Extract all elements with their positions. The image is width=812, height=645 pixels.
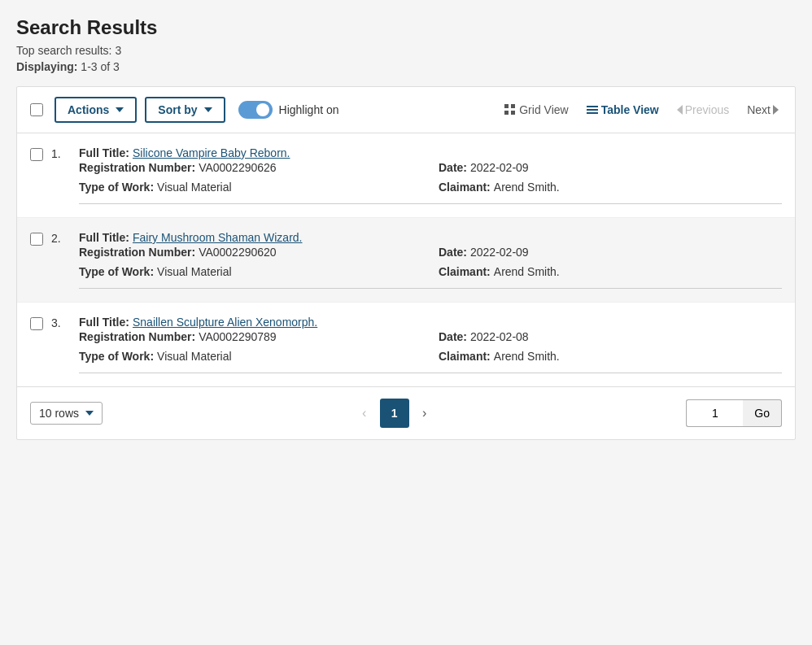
- subtitle-displaying: Displaying: 1-3 of 3: [16, 60, 796, 73]
- date-value-1: 2022-02-09: [470, 161, 529, 174]
- row-1-date-row: Date: 2022-02-09: [439, 161, 782, 174]
- row-2-reg-row: Registration Number: VA0002290620: [79, 246, 422, 259]
- row-1-type-row: Type of Work: Visual Material: [79, 181, 422, 194]
- row-2-number: 2.: [51, 232, 69, 245]
- full-title-link-3[interactable]: Snaillen Sculpture Alien Xenomorph.: [133, 316, 317, 329]
- reg-label-2: Registration Number:: [79, 246, 195, 259]
- row-2-fields: Registration Number: VA0002290620 Date: …: [79, 246, 782, 281]
- claimant-label-2: Claimant:: [439, 265, 491, 278]
- page-1-button[interactable]: 1: [380, 399, 409, 428]
- table-icon: [587, 104, 598, 115]
- sort-by-chevron-icon: [204, 107, 212, 112]
- reg-label-1: Registration Number:: [79, 161, 195, 174]
- row-3-type-row: Type of Work: Visual Material: [79, 350, 422, 363]
- date-value-3: 2022-02-08: [470, 330, 529, 343]
- subtitle-top: Top search results: 3: [16, 44, 796, 57]
- type-value-1: Visual Material: [157, 181, 232, 194]
- row-2-full-title-row: Full Title: Fairy Mushroom Shaman Wizard…: [79, 231, 782, 244]
- table-row: 3. Full Title: Snaillen Sculpture Alien …: [17, 303, 795, 386]
- row-1-reg-row: Registration Number: VA0002290626: [79, 161, 422, 174]
- page-nav: ‹ 1 ›: [352, 399, 437, 428]
- go-button[interactable]: Go: [743, 399, 782, 427]
- next-page-button[interactable]: ›: [413, 401, 437, 425]
- full-title-label-2: Full Title:: [79, 231, 129, 244]
- date-label-3: Date:: [439, 330, 467, 343]
- row-3-number: 3.: [51, 316, 69, 329]
- results-container: Actions Sort by Highlight on Grid View: [16, 86, 796, 440]
- table-view-button[interactable]: Table View: [583, 102, 662, 118]
- rows-per-page-label: 10 rows: [39, 407, 79, 420]
- full-title-label-3: Full Title:: [79, 316, 129, 329]
- date-value-2: 2022-02-09: [470, 246, 529, 259]
- row-3-full-title-row: Full Title: Snaillen Sculpture Alien Xen…: [79, 316, 782, 329]
- claimant-value-3: Arend Smith.: [494, 350, 560, 363]
- next-chevron-icon: [773, 105, 779, 115]
- results-body: 1. Full Title: Silicone Vampire Baby Reb…: [17, 133, 795, 386]
- type-label-3: Type of Work:: [79, 350, 154, 363]
- toggle-slider: [238, 101, 273, 119]
- row-3-claimant-row: Claimant: Arend Smith.: [439, 350, 782, 363]
- sort-by-button[interactable]: Sort by: [145, 97, 225, 123]
- row-2-date-row: Date: 2022-02-09: [439, 246, 782, 259]
- row-3-content: Full Title: Snaillen Sculpture Alien Xen…: [79, 316, 782, 380]
- row-1-claimant-row: Claimant: Arend Smith.: [439, 181, 782, 194]
- divider-3: [79, 373, 782, 373]
- row-1-full-title-row: Full Title: Silicone Vampire Baby Reborn…: [79, 146, 782, 159]
- row-2-content: Full Title: Fairy Mushroom Shaman Wizard…: [79, 231, 782, 295]
- highlight-label: Highlight on: [279, 103, 339, 116]
- table-row: 1. Full Title: Silicone Vampire Baby Reb…: [17, 133, 795, 218]
- rows-per-page-select[interactable]: 10 rows: [30, 402, 103, 425]
- date-label-2: Date:: [439, 246, 467, 259]
- claimant-label-1: Claimant:: [439, 181, 491, 194]
- reg-value-3: VA0002290789: [199, 330, 277, 343]
- date-label-1: Date:: [439, 161, 467, 174]
- actions-button[interactable]: Actions: [55, 97, 137, 123]
- row-1-number: 1.: [51, 147, 69, 160]
- row-2-type-row: Type of Work: Visual Material: [79, 265, 422, 278]
- page-title: Search Results: [16, 16, 796, 39]
- type-label-1: Type of Work:: [79, 181, 154, 194]
- reg-label-3: Registration Number:: [79, 330, 195, 343]
- grid-view-button[interactable]: Grid View: [501, 102, 571, 118]
- row-1-checkbox[interactable]: [30, 148, 43, 161]
- divider-2: [79, 288, 782, 289]
- pagination-bar: 10 rows ‹ 1 › Go: [17, 386, 795, 439]
- grid-icon: [504, 104, 516, 115]
- claimant-value-2: Arend Smith.: [494, 265, 560, 278]
- select-all-checkbox[interactable]: [30, 103, 43, 116]
- divider-1: [79, 203, 782, 204]
- next-button[interactable]: Next: [744, 102, 782, 118]
- go-container: Go: [686, 399, 782, 427]
- full-title-label-1: Full Title:: [79, 146, 129, 159]
- type-value-2: Visual Material: [157, 265, 232, 278]
- reg-value-2: VA0002290620: [199, 246, 277, 259]
- rows-per-page-chevron-icon: [85, 411, 94, 416]
- row-2-claimant-row: Claimant: Arend Smith.: [439, 265, 782, 278]
- full-title-link-1[interactable]: Silicone Vampire Baby Reborn.: [133, 146, 290, 159]
- row-3-checkbox[interactable]: [30, 317, 43, 330]
- reg-value-1: VA0002290626: [199, 161, 277, 174]
- row-3-fields: Registration Number: VA0002290789 Date: …: [79, 330, 782, 366]
- full-title-link-2[interactable]: Fairy Mushroom Shaman Wizard.: [133, 231, 303, 244]
- previous-button[interactable]: Previous: [674, 102, 732, 118]
- row-3-date-row: Date: 2022-02-08: [439, 330, 782, 343]
- claimant-value-1: Arend Smith.: [494, 181, 560, 194]
- row-1-content: Full Title: Silicone Vampire Baby Reborn…: [79, 146, 782, 211]
- actions-chevron-icon: [116, 107, 124, 112]
- type-value-3: Visual Material: [157, 350, 232, 363]
- previous-chevron-icon: [677, 105, 683, 115]
- row-1-fields: Registration Number: VA0002290626 Date: …: [79, 161, 782, 197]
- highlight-toggle[interactable]: [238, 101, 273, 119]
- view-controls: Grid View Table View Previous Next: [501, 102, 782, 118]
- highlight-toggle-container: Highlight on: [238, 101, 339, 119]
- type-label-2: Type of Work:: [79, 265, 154, 278]
- claimant-label-3: Claimant:: [439, 350, 491, 363]
- table-row: 2. Full Title: Fairy Mushroom Shaman Wiz…: [17, 218, 795, 303]
- row-3-reg-row: Registration Number: VA0002290789: [79, 330, 422, 343]
- row-2-checkbox[interactable]: [30, 233, 43, 246]
- toolbar: Actions Sort by Highlight on Grid View: [17, 87, 795, 133]
- go-input[interactable]: [686, 399, 743, 427]
- prev-page-button[interactable]: ‹: [352, 401, 377, 425]
- sort-by-label: Sort by: [158, 103, 197, 116]
- actions-label: Actions: [68, 103, 109, 116]
